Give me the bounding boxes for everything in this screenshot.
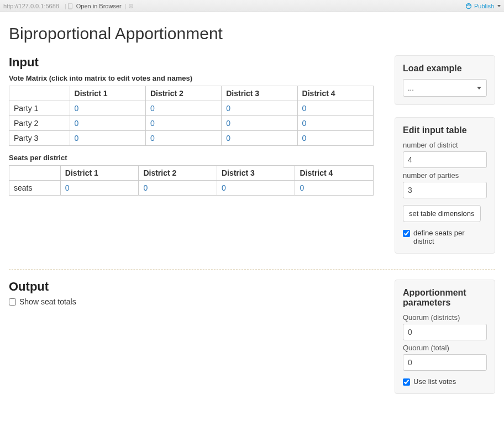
district-header[interactable]: District 1 (70, 86, 145, 101)
quorum-total-input[interactable] (403, 354, 487, 371)
use-list-votes-row[interactable]: Use list votes (403, 377, 487, 386)
vote-cell[interactable]: 0 (222, 131, 297, 146)
vote-matrix-table[interactable]: District 1District 2District 3District 4… (9, 86, 374, 146)
table-row: Party 20000 (9, 116, 374, 131)
ide-topbar: http://127.0.0.1:5688 | Open in Browser … (0, 0, 504, 12)
set-dimensions-button[interactable]: set table dimensions (403, 205, 481, 222)
quorum-total-label: Quorum (total) (403, 344, 487, 352)
vote-cell[interactable]: 0 (70, 131, 145, 146)
output-heading: Output (9, 280, 384, 294)
table-corner[interactable] (9, 166, 61, 181)
seats-cell[interactable]: 0 (139, 181, 217, 196)
svg-point-2 (130, 5, 131, 6)
vote-cell[interactable]: 0 (70, 116, 145, 131)
define-seats-label: define seats per district (413, 229, 487, 245)
district-header[interactable]: District 2 (139, 166, 217, 181)
use-list-votes-label: Use list votes (413, 377, 456, 386)
quorum-districts-label: Quorum (districts) (403, 313, 487, 322)
party-name-cell[interactable]: Party 3 (9, 131, 70, 146)
seats-label: Seats per district (9, 154, 384, 162)
edit-table-title: Edit input table (403, 125, 487, 135)
publish-label: Publish (474, 3, 494, 9)
doc-icon (67, 3, 74, 9)
show-totals-checkbox[interactable] (9, 298, 16, 306)
num-parties-label: number of parties (403, 171, 487, 180)
seats-cell[interactable]: 0 (217, 181, 295, 196)
district-header[interactable]: District 4 (297, 86, 373, 101)
output-sidebar: Apportionment parameters Quorum (distric… (395, 280, 495, 394)
output-row: Output Show seat totals Apportionment pa… (9, 280, 495, 394)
seats-row-label[interactable]: seats (9, 181, 61, 196)
page-title: Biproportional Apportionment (9, 24, 495, 43)
num-district-input[interactable] (403, 151, 487, 168)
district-header[interactable]: District 3 (217, 166, 295, 181)
district-header[interactable]: District 2 (145, 86, 221, 101)
table-row: Party 10000 (9, 101, 374, 116)
params-panel: Apportionment parameters Quorum (distric… (395, 280, 495, 394)
vote-cell[interactable]: 0 (145, 101, 221, 116)
vote-matrix-label: Vote Matrix (click into matrix to edit v… (9, 74, 384, 82)
seats-cell[interactable]: 0 (60, 181, 139, 196)
vote-cell[interactable]: 0 (145, 116, 221, 131)
vote-cell[interactable]: 0 (297, 131, 373, 146)
district-header[interactable]: District 4 (295, 166, 374, 181)
input-row: Input Vote Matrix (click into matrix to … (9, 55, 495, 254)
load-example-panel: Load example ... (395, 55, 495, 105)
page-body: Biproportional Apportionment Input Vote … (0, 12, 504, 407)
party-name-cell[interactable]: Party 2 (9, 116, 70, 131)
vote-cell[interactable]: 0 (222, 101, 297, 116)
publish-icon (465, 3, 472, 9)
vote-cell[interactable]: 0 (297, 116, 373, 131)
show-totals-label: Show seat totals (19, 297, 76, 306)
seats-cell[interactable]: 0 (295, 181, 374, 196)
vote-cell[interactable]: 0 (297, 101, 373, 116)
define-seats-checkbox[interactable] (403, 230, 410, 237)
input-main: Input Vote Matrix (click into matrix to … (9, 55, 384, 196)
quorum-districts-input[interactable] (403, 324, 487, 340)
district-header[interactable]: District 1 (60, 166, 139, 181)
input-sidebar: Load example ... Edit input table number… (395, 55, 495, 254)
edit-table-panel: Edit input table number of district numb… (395, 117, 495, 254)
address-text: http://127.0.0.1:5688 (3, 3, 59, 9)
output-main: Output Show seat totals (9, 280, 384, 306)
define-seats-checkbox-row[interactable]: define seats per district (403, 229, 487, 245)
district-header[interactable]: District 3 (222, 86, 297, 101)
open-in-browser-button[interactable]: Open in Browser (74, 3, 124, 9)
separator: | (65, 3, 66, 9)
party-name-cell[interactable]: Party 1 (9, 101, 70, 116)
num-parties-input[interactable] (403, 182, 487, 198)
example-select[interactable]: ... (403, 79, 487, 97)
svg-rect-0 (68, 3, 72, 9)
table-row: seats0000 (9, 181, 374, 196)
seats-table[interactable]: District 1District 2District 3District 4… (9, 165, 374, 196)
vote-cell[interactable]: 0 (145, 131, 221, 146)
table-row: Party 30000 (9, 131, 374, 146)
vote-cell[interactable]: 0 (70, 101, 145, 116)
divider (9, 269, 495, 270)
vote-cell[interactable]: 0 (222, 116, 297, 131)
input-heading: Input (9, 55, 384, 70)
gear-icon[interactable] (128, 3, 134, 9)
params-title: Apportionment parameters (403, 288, 487, 308)
load-example-title: Load example (403, 64, 487, 73)
show-totals-row[interactable]: Show seat totals (9, 297, 384, 306)
chevron-down-icon (497, 5, 501, 7)
publish-button[interactable]: Publish (465, 3, 501, 9)
svg-point-3 (466, 3, 471, 8)
use-list-votes-checkbox[interactable] (403, 378, 410, 386)
separator: | (125, 3, 127, 9)
table-corner[interactable] (9, 86, 70, 101)
num-district-label: number of district (403, 141, 487, 149)
